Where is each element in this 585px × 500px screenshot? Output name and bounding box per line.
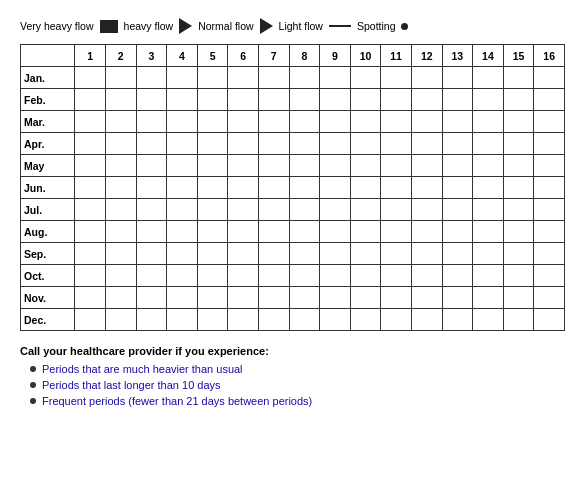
cell-oct-16[interactable] (534, 265, 565, 287)
cell-sep-16[interactable] (534, 243, 565, 265)
cell-dec-8[interactable] (289, 309, 320, 331)
cell-aug-4[interactable] (167, 221, 198, 243)
cell-nov-12[interactable] (411, 287, 442, 309)
cell-jun-10[interactable] (350, 177, 381, 199)
cell-dec-15[interactable] (503, 309, 534, 331)
cell-may-5[interactable] (197, 155, 228, 177)
cell-jul-10[interactable] (350, 199, 381, 221)
cell-jun-8[interactable] (289, 177, 320, 199)
cell-oct-13[interactable] (442, 265, 473, 287)
cell-sep-6[interactable] (228, 243, 259, 265)
cell-sep-12[interactable] (411, 243, 442, 265)
cell-feb-15[interactable] (503, 89, 534, 111)
cell-sep-2[interactable] (105, 243, 136, 265)
cell-jul-11[interactable] (381, 199, 412, 221)
cell-mar-5[interactable] (197, 111, 228, 133)
cell-nov-14[interactable] (473, 287, 504, 309)
cell-aug-11[interactable] (381, 221, 412, 243)
cell-nov-5[interactable] (197, 287, 228, 309)
cell-jun-3[interactable] (136, 177, 167, 199)
cell-jul-7[interactable] (258, 199, 289, 221)
cell-apr-5[interactable] (197, 133, 228, 155)
cell-feb-3[interactable] (136, 89, 167, 111)
cell-mar-1[interactable] (75, 111, 106, 133)
cell-sep-1[interactable] (75, 243, 106, 265)
cell-aug-13[interactable] (442, 221, 473, 243)
cell-may-3[interactable] (136, 155, 167, 177)
cell-aug-5[interactable] (197, 221, 228, 243)
cell-jan-2[interactable] (105, 67, 136, 89)
cell-nov-3[interactable] (136, 287, 167, 309)
cell-jan-5[interactable] (197, 67, 228, 89)
cell-nov-16[interactable] (534, 287, 565, 309)
cell-may-16[interactable] (534, 155, 565, 177)
cell-dec-11[interactable] (381, 309, 412, 331)
cell-jul-6[interactable] (228, 199, 259, 221)
cell-aug-10[interactable] (350, 221, 381, 243)
cell-jul-4[interactable] (167, 199, 198, 221)
cell-mar-4[interactable] (167, 111, 198, 133)
cell-jun-12[interactable] (411, 177, 442, 199)
cell-may-9[interactable] (320, 155, 351, 177)
cell-jul-8[interactable] (289, 199, 320, 221)
cell-jan-16[interactable] (534, 67, 565, 89)
cell-dec-3[interactable] (136, 309, 167, 331)
cell-mar-13[interactable] (442, 111, 473, 133)
cell-apr-6[interactable] (228, 133, 259, 155)
cell-jul-13[interactable] (442, 199, 473, 221)
cell-dec-4[interactable] (167, 309, 198, 331)
cell-aug-16[interactable] (534, 221, 565, 243)
cell-mar-10[interactable] (350, 111, 381, 133)
cell-feb-1[interactable] (75, 89, 106, 111)
cell-may-14[interactable] (473, 155, 504, 177)
cell-dec-9[interactable] (320, 309, 351, 331)
cell-nov-1[interactable] (75, 287, 106, 309)
cell-jun-6[interactable] (228, 177, 259, 199)
cell-feb-16[interactable] (534, 89, 565, 111)
cell-feb-9[interactable] (320, 89, 351, 111)
cell-nov-6[interactable] (228, 287, 259, 309)
cell-aug-2[interactable] (105, 221, 136, 243)
cell-jul-2[interactable] (105, 199, 136, 221)
cell-may-11[interactable] (381, 155, 412, 177)
cell-oct-7[interactable] (258, 265, 289, 287)
cell-dec-10[interactable] (350, 309, 381, 331)
cell-apr-10[interactable] (350, 133, 381, 155)
cell-apr-12[interactable] (411, 133, 442, 155)
cell-apr-16[interactable] (534, 133, 565, 155)
cell-apr-4[interactable] (167, 133, 198, 155)
cell-jun-4[interactable] (167, 177, 198, 199)
cell-jul-15[interactable] (503, 199, 534, 221)
cell-jun-1[interactable] (75, 177, 106, 199)
cell-jul-12[interactable] (411, 199, 442, 221)
cell-jul-1[interactable] (75, 199, 106, 221)
cell-dec-6[interactable] (228, 309, 259, 331)
cell-feb-14[interactable] (473, 89, 504, 111)
cell-mar-3[interactable] (136, 111, 167, 133)
cell-aug-15[interactable] (503, 221, 534, 243)
cell-mar-9[interactable] (320, 111, 351, 133)
cell-nov-9[interactable] (320, 287, 351, 309)
cell-jul-5[interactable] (197, 199, 228, 221)
cell-jun-13[interactable] (442, 177, 473, 199)
cell-jan-7[interactable] (258, 67, 289, 89)
cell-oct-15[interactable] (503, 265, 534, 287)
cell-jan-6[interactable] (228, 67, 259, 89)
cell-nov-11[interactable] (381, 287, 412, 309)
cell-jan-13[interactable] (442, 67, 473, 89)
cell-jun-7[interactable] (258, 177, 289, 199)
cell-apr-15[interactable] (503, 133, 534, 155)
cell-aug-8[interactable] (289, 221, 320, 243)
cell-jul-16[interactable] (534, 199, 565, 221)
cell-may-6[interactable] (228, 155, 259, 177)
cell-jun-15[interactable] (503, 177, 534, 199)
cell-nov-7[interactable] (258, 287, 289, 309)
cell-feb-5[interactable] (197, 89, 228, 111)
cell-jan-9[interactable] (320, 67, 351, 89)
cell-sep-9[interactable] (320, 243, 351, 265)
cell-feb-10[interactable] (350, 89, 381, 111)
cell-aug-14[interactable] (473, 221, 504, 243)
cell-jun-5[interactable] (197, 177, 228, 199)
cell-jan-4[interactable] (167, 67, 198, 89)
cell-dec-7[interactable] (258, 309, 289, 331)
